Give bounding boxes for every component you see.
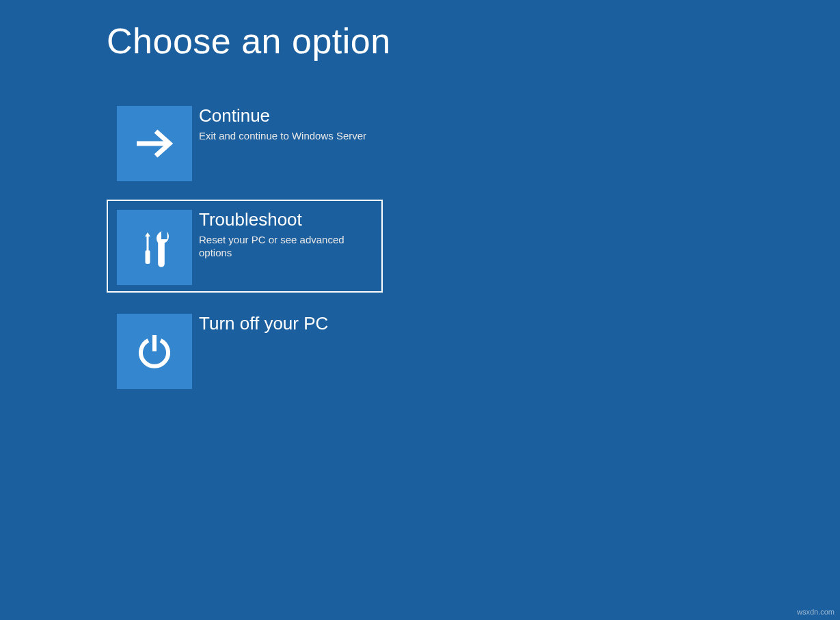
option-continue-text: Continue Exit and continue to Windows Se… — [192, 106, 366, 142]
page-title: Choose an option — [107, 21, 840, 62]
option-turn-off-text: Turn off your PC — [192, 314, 328, 337]
option-troubleshoot-title: Troubleshoot — [199, 210, 372, 230]
arrow-right-icon — [117, 106, 192, 181]
option-turn-off[interactable]: Turn off your PC — [107, 304, 383, 396]
option-continue-desc: Exit and continue to Windows Server — [199, 129, 366, 143]
recovery-options-screen: Choose an option Continue Exit and conti… — [0, 0, 840, 396]
option-continue-title: Continue — [199, 106, 366, 126]
watermark-text: wsxdn.com — [797, 608, 835, 616]
svg-rect-2 — [146, 250, 150, 264]
option-turn-off-title: Turn off your PC — [199, 314, 328, 334]
option-continue[interactable]: Continue Exit and continue to Windows Se… — [107, 96, 383, 189]
option-troubleshoot-desc: Reset your PC or see advanced options — [199, 233, 372, 260]
option-troubleshoot-text: Troubleshoot Reset your PC or see advanc… — [192, 210, 372, 260]
power-icon — [117, 314, 192, 389]
svg-rect-1 — [147, 237, 149, 250]
option-troubleshoot[interactable]: Troubleshoot Reset your PC or see advanc… — [107, 200, 383, 293]
tools-icon — [117, 210, 192, 285]
